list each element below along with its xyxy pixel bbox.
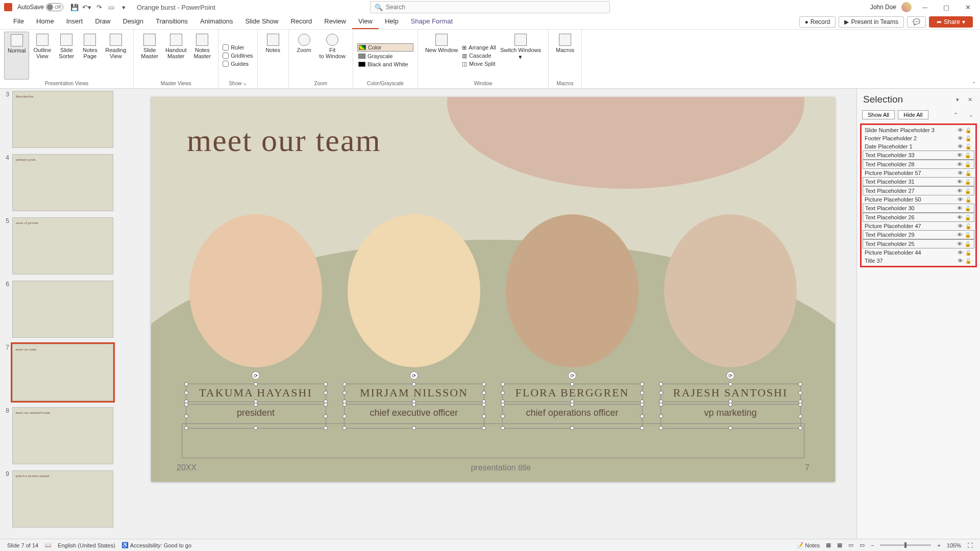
slide-title[interactable]: meet our team	[187, 122, 381, 159]
thumbnail-slide-5[interactable]: 5areas of growth	[4, 217, 132, 274]
selection-item[interactable]: Text Placeholder 29👁🔓	[863, 230, 974, 239]
thumbnail-slide-3[interactable]: 3Introduction	[4, 91, 132, 148]
zoom-slider[interactable]	[880, 544, 931, 546]
selection-item[interactable]: Picture Placeholder 47👁🔓	[863, 222, 974, 230]
search-box[interactable]: 🔍	[370, 1, 610, 13]
tab-draw[interactable]: Draw	[89, 14, 116, 29]
notes-page-button[interactable]: NotesPage	[79, 32, 101, 80]
lock-icon[interactable]: 🔓	[964, 215, 972, 220]
member-photo[interactable]	[506, 214, 639, 367]
footer-title[interactable]: presentation title	[471, 463, 530, 472]
lock-icon[interactable]: 🔓	[964, 179, 972, 185]
notes-button-status[interactable]: 📝 Notes	[793, 542, 823, 548]
selection-item[interactable]: Text Placeholder 25👁🔓	[863, 239, 974, 248]
visibility-icon[interactable]: 👁	[955, 152, 964, 158]
slide-canvas[interactable]: meet our team ⟳TAKUMA HAYASHIpresident⟳M…	[136, 89, 856, 539]
visibility-icon[interactable]: 👁	[955, 179, 964, 185]
selection-item[interactable]: Text Placeholder 28👁🔓	[863, 160, 974, 169]
visibility-icon[interactable]: 👁	[956, 223, 964, 229]
selection-item[interactable]: Text Placeholder 26👁🔓	[863, 213, 974, 222]
lock-icon[interactable]: 🔓	[964, 188, 972, 194]
user-avatar[interactable]	[901, 2, 912, 12]
reading-view-button[interactable]: ReadingView	[102, 32, 129, 80]
outline-view-button[interactable]: OutlineView	[30, 32, 54, 80]
redo-icon[interactable]: ↷	[94, 2, 104, 12]
selection-item[interactable]: Date Placeholder 1👁🔓	[863, 142, 974, 151]
normal-view-icon[interactable]: ▦	[823, 542, 834, 548]
visibility-icon[interactable]: 👁	[956, 170, 964, 176]
slide-counter[interactable]: Slide 7 of 14	[4, 542, 41, 548]
guides-checkbox[interactable]: Guides	[223, 60, 253, 67]
grayscale-button[interactable]: Grayscale	[357, 53, 413, 60]
name-placeholder[interactable]: MIRJAM NILSSON	[344, 384, 484, 402]
visibility-icon[interactable]: 👁	[956, 258, 964, 264]
lock-icon[interactable]: 🔓	[964, 250, 972, 256]
from-beginning-icon[interactable]: ▭	[106, 2, 116, 12]
member-photo[interactable]	[348, 214, 480, 367]
zoom-button[interactable]: Zoom	[293, 32, 315, 80]
close-pane-icon[interactable]: ✕	[966, 95, 974, 104]
ruler-checkbox[interactable]: Ruler	[223, 44, 253, 51]
group-selection[interactable]	[182, 423, 804, 458]
switch-windows-button[interactable]: Switch Windows ▾	[497, 32, 544, 80]
visibility-icon[interactable]: 👁	[955, 214, 964, 220]
selection-item[interactable]: Text Placeholder 31👁🔓	[863, 177, 974, 186]
lock-icon[interactable]: 🔓	[964, 258, 972, 264]
arrange-all-button[interactable]: ⊞ Arrange All	[462, 44, 496, 52]
lock-icon[interactable]: 🔓	[964, 128, 972, 133]
collapse-ribbon-icon[interactable]: ⌄	[972, 79, 976, 84]
minimize-button[interactable]: ─	[917, 2, 933, 12]
macros-button[interactable]: Macros	[553, 32, 577, 80]
name-placeholder[interactable]: RAJESH SANTOSHI	[660, 384, 801, 402]
expand-all-icon[interactable]: ⌃	[951, 111, 960, 119]
tab-review[interactable]: Review	[318, 14, 352, 29]
collapse-all-icon[interactable]: ⌄	[967, 111, 975, 119]
thumbnail-slide-6[interactable]: 6	[4, 281, 132, 338]
lock-icon[interactable]: 🔓	[964, 153, 972, 158]
fit-icon[interactable]: ⛶	[964, 542, 976, 548]
lock-icon[interactable]: 🔓	[964, 144, 972, 149]
comments-button[interactable]: 💬	[907, 16, 926, 28]
maximize-button[interactable]: ▢	[938, 2, 954, 12]
tab-shape-format[interactable]: Shape Format	[405, 14, 459, 29]
color-button[interactable]: Color	[357, 43, 413, 52]
present-teams-button[interactable]: ▶ Present in Teams	[839, 16, 904, 28]
visibility-icon[interactable]: 👁	[955, 188, 964, 194]
show-all-button[interactable]: Show All	[862, 110, 895, 119]
zoom-level[interactable]: 105%	[944, 542, 964, 548]
rotate-handle-icon[interactable]: ⟳	[252, 371, 260, 380]
fit-to-window-button[interactable]: Fitto Window	[316, 32, 349, 80]
user-name[interactable]: John Doe	[870, 4, 896, 11]
visibility-icon[interactable]: 👁	[955, 232, 964, 238]
selection-item[interactable]: Picture Placeholder 44👁🔓	[863, 248, 974, 257]
thumbnail-slide-7[interactable]: 7meet our team	[4, 344, 132, 401]
visibility-icon[interactable]: 👁	[956, 135, 964, 141]
thumbnail-panel[interactable]: 3Introduction4primary goals5areas of gro…	[0, 89, 136, 539]
record-button[interactable]: ● Record	[799, 16, 836, 28]
name-placeholder[interactable]: FLORA BERGGREN	[502, 384, 643, 402]
share-button[interactable]: ➦ Share ▾	[929, 16, 973, 28]
qat-customize-icon[interactable]: ▾	[118, 2, 129, 12]
selection-item[interactable]: Slide Number Placeholder 3👁🔓	[863, 126, 974, 134]
lock-icon[interactable]: 🔓	[964, 206, 972, 211]
rotate-handle-icon[interactable]: ⟳	[410, 371, 418, 380]
tab-transitions[interactable]: Transitions	[150, 14, 194, 29]
spellcheck-icon[interactable]: 📖	[41, 542, 55, 548]
search-input[interactable]	[386, 4, 605, 11]
black-and-white-button[interactable]: Black and White	[357, 61, 413, 68]
lock-icon[interactable]: 🔓	[964, 197, 972, 203]
slide-sorter-button[interactable]: SlideSorter	[55, 32, 78, 80]
zoom-out-icon[interactable]: −	[868, 542, 877, 548]
notes-master-button[interactable]: NotesMaster	[191, 32, 214, 80]
visibility-icon[interactable]: 👁	[956, 249, 964, 256]
slideshow-view-icon[interactable]: ▭	[856, 542, 868, 548]
tab-animations[interactable]: Animations	[194, 14, 239, 29]
visibility-icon[interactable]: 👁	[956, 143, 964, 149]
tab-insert[interactable]: Insert	[60, 14, 89, 29]
selection-item[interactable]: Title 37👁🔓	[863, 257, 974, 265]
selection-item[interactable]: Text Placeholder 30👁🔓	[863, 204, 974, 213]
lock-icon[interactable]: 🔓	[964, 232, 972, 238]
slide-master-button[interactable]: SlideMaster	[138, 32, 161, 80]
selection-item[interactable]: Picture Placeholder 57👁🔓	[863, 169, 974, 177]
thumbnail-slide-8[interactable]: 8meet our extended team	[4, 407, 132, 464]
